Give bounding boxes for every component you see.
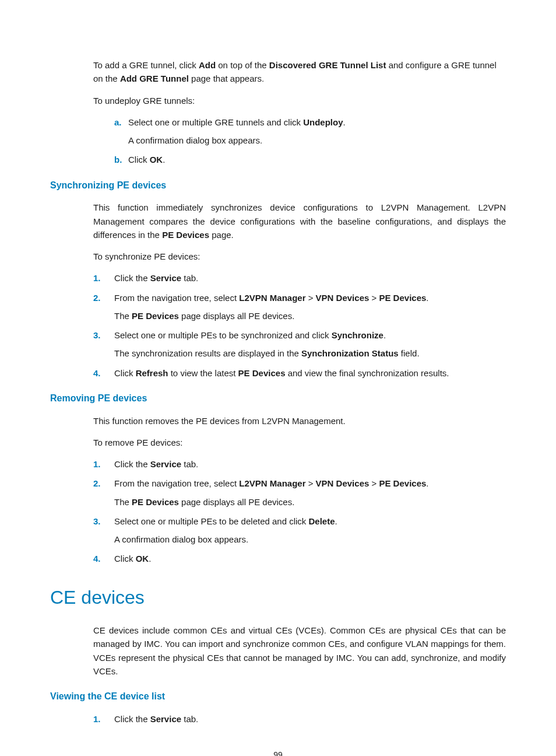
paragraph-ce-desc: CE devices include common CEs and virtua… bbox=[93, 624, 506, 678]
list-marker: 1. bbox=[93, 457, 101, 471]
list-item-note: The synchronization results are displaye… bbox=[114, 346, 506, 360]
list-item: 4. Click OK. bbox=[50, 552, 506, 565]
list-marker: b. bbox=[114, 153, 122, 166]
list-marker: 1. bbox=[93, 271, 101, 285]
list-marker: 2. bbox=[93, 477, 101, 490]
paragraph-sync-lead: To synchronize PE devices: bbox=[93, 250, 506, 263]
list-undeploy: a. Select one or multiple GRE tunnels an… bbox=[50, 116, 506, 167]
list-item: 3. Select one or multiple PEs to be dele… bbox=[50, 514, 506, 547]
list-item: b. Click OK. bbox=[50, 153, 506, 166]
list-remove: 1. Click the Service tab. 2. From the na… bbox=[50, 457, 506, 566]
list-marker: a. bbox=[114, 116, 122, 129]
list-item: 1. Click the Service tab. bbox=[50, 457, 506, 471]
list-item: 1. Click the Service tab. bbox=[50, 271, 506, 285]
list-marker: 3. bbox=[93, 328, 101, 342]
heading-view-ce: Viewing the CE device list bbox=[50, 690, 506, 704]
paragraph-remove-lead: To remove PE devices: bbox=[93, 436, 506, 449]
paragraph-sync-desc: This function immediately synchronizes d… bbox=[93, 201, 506, 242]
heading-remove-pe: Removing PE devices bbox=[50, 391, 506, 406]
list-item-note: A confirmation dialog box appears. bbox=[128, 134, 506, 147]
paragraph-undeploy-lead: To undeploy GRE tunnels: bbox=[93, 94, 506, 107]
list-item: 4. Click Refresh to view the latest PE D… bbox=[50, 366, 506, 380]
heading-ce-devices: CE devices bbox=[50, 583, 506, 612]
list-item: a. Select one or multiple GRE tunnels an… bbox=[50, 116, 506, 148]
list-marker: 3. bbox=[93, 514, 101, 528]
list-item: 2. From the navigation tree, select L2VP… bbox=[50, 291, 506, 323]
heading-sync-pe: Synchronizing PE devices bbox=[50, 178, 506, 193]
page-number: 99 bbox=[50, 749, 506, 756]
list-item: 2. From the navigation tree, select L2VP… bbox=[50, 477, 506, 509]
list-marker: 2. bbox=[93, 291, 101, 304]
paragraph-gre-add: To add a GRE tunnel, click Add on top of… bbox=[93, 58, 506, 86]
list-item-note: The PE Devices page displays all PE devi… bbox=[114, 309, 506, 323]
paragraph-remove-desc: This function removes the PE devices fro… bbox=[93, 414, 506, 428]
list-item: 1. Click the Service tab. bbox=[50, 712, 506, 726]
list-marker: 4. bbox=[93, 366, 101, 380]
list-marker: 4. bbox=[93, 552, 101, 565]
list-sync: 1. Click the Service tab. 2. From the na… bbox=[50, 271, 506, 380]
list-view: 1. Click the Service tab. bbox=[50, 712, 506, 726]
list-item-note: A confirmation dialog box appears. bbox=[114, 533, 506, 546]
list-item: 3. Select one or multiple PEs to be sync… bbox=[50, 328, 506, 360]
list-item-note: The PE Devices page displays all PE devi… bbox=[114, 495, 506, 509]
document-body: To add a GRE tunnel, click Add on top of… bbox=[50, 58, 506, 756]
list-marker: 1. bbox=[93, 712, 101, 726]
